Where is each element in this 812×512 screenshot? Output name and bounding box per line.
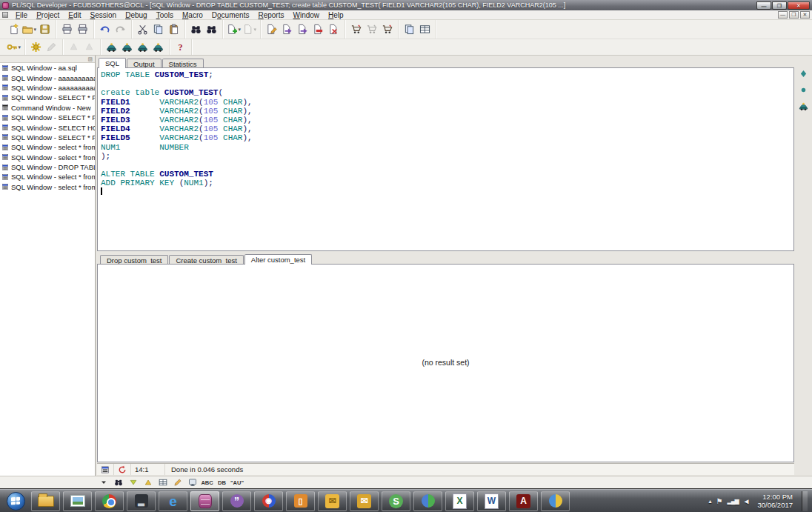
spell-check-button[interactable]: ABC bbox=[201, 477, 213, 488]
taskbar-app[interactable] bbox=[541, 491, 570, 511]
break-button[interactable] bbox=[135, 40, 150, 54]
tab-sql[interactable]: SQL bbox=[99, 58, 126, 68]
show-desktop-button[interactable] bbox=[802, 491, 808, 511]
grid-button[interactable] bbox=[156, 477, 169, 488]
menu-window[interactable]: Window bbox=[288, 10, 324, 20]
taskbar-plsql-developer[interactable] bbox=[190, 491, 219, 511]
taskbar-terminal[interactable]: ▂ bbox=[127, 491, 156, 511]
new-item-button[interactable]: ▾ bbox=[226, 22, 242, 36]
show-hidden-icons-button[interactable]: ▴ bbox=[709, 498, 712, 505]
sidebar-item[interactable]: SQL Window - aaaaaaaaaaaa.sql bbox=[0, 73, 95, 82]
mdi-close-button[interactable]: ✕ bbox=[800, 11, 810, 19]
sidebar-item[interactable]: Command Window - New bbox=[0, 103, 95, 113]
outdent-button[interactable] bbox=[295, 22, 310, 36]
database-button[interactable]: DB bbox=[216, 477, 228, 488]
copy-button[interactable] bbox=[150, 22, 166, 36]
menu-file[interactable]: File bbox=[11, 10, 32, 20]
menu-project[interactable]: Project bbox=[32, 10, 64, 20]
result-grid-area[interactable]: (no result set) bbox=[97, 264, 794, 462]
taskbar-word[interactable]: W bbox=[477, 491, 506, 511]
title-bar[interactable]: PL/SQL Developer - FCUBSOTHERS@OCL - [SQ… bbox=[0, 0, 812, 10]
mdi-minimize-button[interactable]: — bbox=[778, 11, 788, 19]
taskbar-internet-explorer[interactable]: e bbox=[159, 491, 187, 511]
network-icon[interactable]: ▂▄▆ bbox=[728, 498, 739, 505]
taskbar-skype[interactable]: S bbox=[382, 491, 410, 511]
commit-button[interactable] bbox=[310, 22, 326, 36]
print-preview-button[interactable] bbox=[75, 22, 90, 36]
copy-special-button[interactable] bbox=[402, 22, 417, 36]
diamond-button[interactable] bbox=[799, 69, 808, 79]
compare2-button[interactable] bbox=[81, 40, 97, 54]
dropdown-arrow-icon[interactable]: ▾ bbox=[238, 27, 241, 33]
taskbar-chrome[interactable] bbox=[95, 491, 124, 511]
mdi-document-icon[interactable] bbox=[2, 12, 8, 18]
save-button[interactable] bbox=[37, 22, 53, 36]
minimize-button[interactable]: — bbox=[756, 1, 771, 10]
taskbar-chat-app[interactable]: ” bbox=[222, 491, 251, 511]
help-button[interactable] bbox=[173, 40, 188, 54]
sidebar-item[interactable]: SQL Window - SELECT * FROM PMT bbox=[0, 93, 95, 102]
sidebar-item[interactable]: SQL Window - select * from Ertb_Msg bbox=[0, 153, 95, 162]
open-button[interactable]: ▾ bbox=[21, 22, 37, 36]
sidebar-item[interactable]: SQL Window - SELECT * FROM MITN bbox=[0, 133, 95, 142]
menu-help[interactable]: Help bbox=[324, 10, 348, 20]
pin-panel-icon[interactable]: ▨ bbox=[87, 56, 93, 62]
edit-document-button[interactable] bbox=[264, 22, 279, 36]
new-window-button[interactable] bbox=[6, 22, 21, 36]
execute-button[interactable] bbox=[104, 40, 119, 54]
restore-button[interactable]: ❐ bbox=[772, 1, 787, 10]
start-button[interactable] bbox=[3, 491, 28, 511]
find-next-button[interactable] bbox=[204, 22, 219, 36]
menu-session[interactable]: Session bbox=[86, 10, 122, 20]
indent-button[interactable] bbox=[279, 22, 295, 36]
menu-debug[interactable]: Debug bbox=[121, 10, 151, 20]
logon-key-button[interactable]: ▾ bbox=[6, 40, 21, 54]
print-button[interactable] bbox=[59, 22, 75, 36]
sql-editor[interactable]: DROP TABLE CUSTOM_TEST; create table CUS… bbox=[97, 67, 794, 251]
execute-car-button[interactable] bbox=[799, 102, 808, 111]
sidebar-item[interactable]: SQL Window - select * from Ertb_Msgs bbox=[0, 142, 95, 152]
sidebar-item[interactable]: SQL Window - select * from custom_te bbox=[0, 182, 95, 192]
sidebar-item[interactable]: SQL Window - select * from smtb_par bbox=[0, 172, 95, 182]
cart-button[interactable] bbox=[379, 22, 395, 36]
action-center-flag-icon[interactable]: ⚑ bbox=[716, 497, 723, 505]
window-button[interactable] bbox=[186, 477, 199, 488]
menu-tools[interactable]: Tools bbox=[152, 10, 178, 20]
next-result-button[interactable] bbox=[127, 477, 139, 488]
close-button[interactable]: ✕ bbox=[788, 1, 810, 10]
dropdown-arrow-icon[interactable]: ▾ bbox=[253, 27, 256, 33]
volume-icon[interactable]: ◄ bbox=[743, 497, 751, 505]
sidebar-item[interactable]: SQL Window - SELECT HOST_CODE bbox=[0, 122, 95, 132]
configure-gear-button[interactable] bbox=[28, 40, 44, 54]
redo-button[interactable] bbox=[113, 22, 128, 36]
taskbar-excel[interactable]: X bbox=[445, 491, 474, 511]
previous-result-button[interactable] bbox=[142, 477, 154, 488]
taskbar-clock[interactable]: 12:00 PM 30/06/2017 bbox=[754, 493, 797, 509]
taskbar-browser[interactable]: ◉ bbox=[254, 491, 283, 511]
cart-disabled-button[interactable] bbox=[364, 22, 379, 36]
taskbar-explorer[interactable] bbox=[31, 491, 60, 511]
execute-file-button[interactable] bbox=[119, 40, 135, 54]
sidebar-item[interactable]: SQL Window - DROP TABLE CUSTO bbox=[0, 162, 95, 172]
dropdown-caret-button[interactable] bbox=[97, 477, 110, 488]
result-tab-alter-custom-test[interactable]: Alter custom_test bbox=[244, 254, 312, 265]
rollback-button[interactable] bbox=[326, 22, 342, 36]
menu-documents[interactable]: Documents bbox=[207, 10, 254, 20]
taskbar-acrobat[interactable]: A bbox=[509, 491, 538, 511]
save-item-button[interactable]: ▾ bbox=[242, 22, 257, 36]
sidebar-item[interactable]: SQL Window - SELECT * FROM Gwtn bbox=[0, 113, 95, 122]
edit-pencil-button[interactable] bbox=[171, 477, 184, 488]
kill-session-button[interactable] bbox=[150, 40, 166, 54]
find-button[interactable] bbox=[188, 22, 204, 36]
taskbar-clipboard[interactable]: ▯ bbox=[286, 491, 315, 511]
uppercase-toggle-button[interactable]: "AU" bbox=[230, 477, 244, 488]
dropdown-arrow-icon[interactable]: ▾ bbox=[33, 27, 36, 33]
execute-plan-button[interactable] bbox=[348, 22, 364, 36]
edit-pencil-button[interactable] bbox=[44, 40, 59, 54]
sidebar-item[interactable]: SQL Window - aaaaaaaaaa.sql bbox=[0, 83, 95, 93]
sidebar-item[interactable]: SQL Window - aa.sql bbox=[0, 63, 95, 73]
cut-button[interactable] bbox=[135, 22, 150, 36]
table-grid-button[interactable] bbox=[417, 22, 433, 36]
find-button[interactable] bbox=[112, 477, 124, 488]
menu-macro[interactable]: Macro bbox=[178, 10, 207, 20]
